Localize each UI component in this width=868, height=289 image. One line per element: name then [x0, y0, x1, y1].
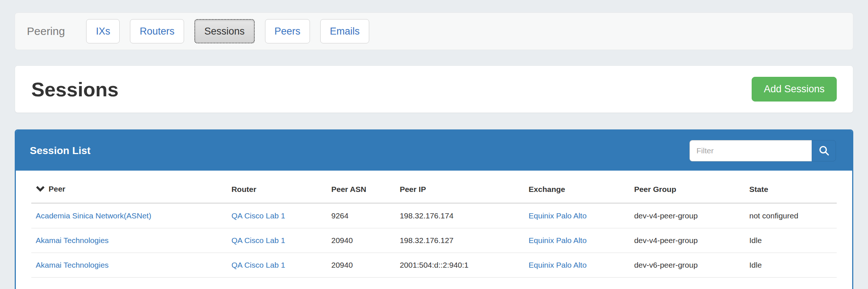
table-row: Akamai Technologies QA Cisco Lab 1 20940… [31, 228, 837, 253]
peer-asn-cell: 9264 [327, 203, 395, 228]
nav-tab-group: IXs Routers Sessions Peers Emails [86, 19, 369, 43]
peer-group-cell: dev-v6-peer-group [630, 253, 745, 278]
column-header-exchange[interactable]: Exchange [524, 174, 630, 203]
column-header-peer-asn[interactable]: Peer ASN [327, 174, 395, 203]
session-table: Peer Router Peer ASN Peer IP Exchange Pe… [31, 174, 837, 289]
search-icon [818, 145, 830, 156]
column-header-peer-group[interactable]: Peer Group [630, 174, 745, 203]
panel-title: Session List [30, 145, 91, 157]
session-list-panel-heading: Session List [16, 131, 852, 171]
state-cell: Idle [745, 253, 837, 278]
table-header-row: Peer Router Peer ASN Peer IP Exchange Pe… [31, 174, 837, 203]
table-row: Akamai Technologies QA Cisco Lab 1 20940… [31, 253, 837, 278]
table-row [31, 278, 837, 289]
peer-link[interactable]: Akamai Technologies [36, 261, 109, 269]
router-link[interactable]: QA Cisco Lab 1 [232, 261, 285, 269]
filter-input[interactable] [689, 140, 812, 161]
tab-peers[interactable]: Peers [265, 19, 310, 43]
peer-group-cell: dev-v4-peer-group [630, 228, 745, 253]
state-cell: Idle [745, 228, 837, 253]
column-header-router[interactable]: Router [227, 174, 327, 203]
column-header-peer-ip[interactable]: Peer IP [395, 174, 524, 203]
peering-navbar: Peering IXs Routers Sessions Peers Email… [15, 13, 853, 50]
session-list-panel: Session List [15, 129, 853, 289]
column-header-peer[interactable]: Peer [31, 174, 227, 203]
tab-ixs[interactable]: IXs [86, 19, 120, 43]
column-header-state[interactable]: State [745, 174, 837, 203]
router-link[interactable]: QA Cisco Lab 1 [232, 236, 285, 245]
peer-link[interactable]: Academia Sinica Network(ASNet) [36, 211, 151, 220]
search-button[interactable] [812, 140, 836, 161]
page-title: Sessions [31, 78, 119, 101]
peer-asn-cell: 20940 [327, 228, 395, 253]
session-table-body: Peer Router Peer ASN Peer IP Exchange Pe… [16, 171, 852, 289]
exchange-link[interactable]: Equinix Palo Alto [529, 261, 587, 269]
router-link[interactable]: QA Cisco Lab 1 [232, 211, 285, 220]
table-row: Academia Sinica Network(ASNet) QA Cisco … [31, 203, 837, 228]
peer-asn-cell: 20940 [327, 253, 395, 278]
tab-emails[interactable]: Emails [320, 19, 369, 43]
add-sessions-button[interactable]: Add Sessions [752, 77, 837, 101]
page-header-card: Sessions Add Sessions [15, 65, 853, 113]
navbar-brand: Peering [27, 25, 65, 38]
peer-group-cell: dev-v4-peer-group [630, 203, 745, 228]
peer-link[interactable]: Akamai Technologies [36, 236, 109, 245]
tab-sessions[interactable]: Sessions [194, 19, 255, 43]
chevron-down-icon [36, 185, 45, 194]
state-cell: not configured [745, 203, 837, 228]
tab-routers[interactable]: Routers [130, 19, 184, 43]
peer-ip-cell: 2001:504:d::2:940:1 [395, 253, 524, 278]
exchange-link[interactable]: Equinix Palo Alto [529, 211, 587, 220]
peer-ip-cell: 198.32.176.127 [395, 228, 524, 253]
peer-ip-cell: 198.32.176.174 [395, 203, 524, 228]
exchange-link[interactable]: Equinix Palo Alto [529, 236, 587, 245]
filter-group [689, 140, 836, 161]
